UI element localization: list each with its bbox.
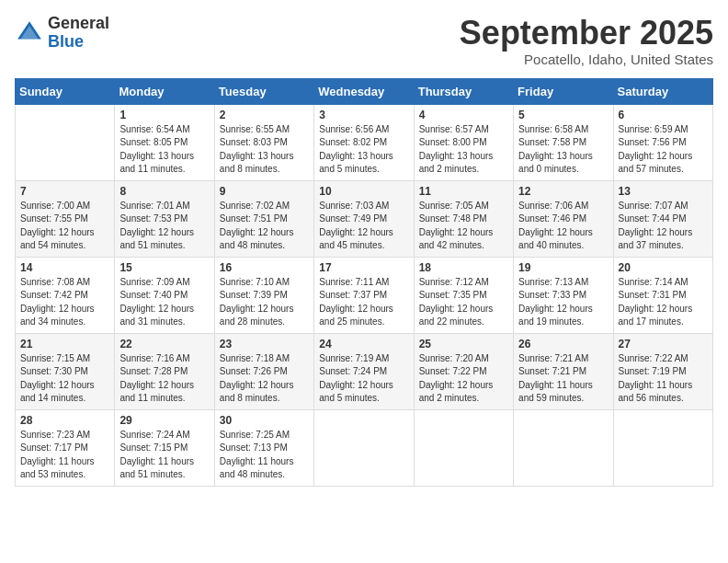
day-number: 7 xyxy=(20,185,109,198)
calendar-header-row: SundayMondayTuesdayWednesdayThursdayFrid… xyxy=(16,78,713,104)
day-info: Sunrise: 7:02 AMSunset: 7:51 PMDaylight:… xyxy=(220,200,309,253)
calendar-cell xyxy=(16,104,115,180)
day-header-sunday: Sunday xyxy=(16,78,115,104)
day-header-wednesday: Wednesday xyxy=(314,78,414,104)
day-number: 15 xyxy=(119,261,209,274)
day-info: Sunrise: 6:55 AMSunset: 8:03 PMDaylight:… xyxy=(220,123,309,177)
day-header-tuesday: Tuesday xyxy=(214,78,313,104)
calendar-cell: 21Sunrise: 7:15 AMSunset: 7:30 PMDayligh… xyxy=(16,333,115,409)
calendar-cell: 19Sunrise: 7:13 AMSunset: 7:33 PMDayligh… xyxy=(514,257,613,333)
day-header-monday: Monday xyxy=(115,78,214,104)
day-info: Sunrise: 7:24 AMSunset: 7:15 PMDaylight:… xyxy=(119,429,209,482)
calendar-cell: 15Sunrise: 7:09 AMSunset: 7:40 PMDayligh… xyxy=(115,257,214,333)
day-info: Sunrise: 7:19 AMSunset: 7:24 PMDaylight:… xyxy=(319,352,408,406)
day-number: 16 xyxy=(220,261,309,274)
calendar-cell: 16Sunrise: 7:10 AMSunset: 7:39 PMDayligh… xyxy=(214,257,313,333)
calendar-cell: 14Sunrise: 7:08 AMSunset: 7:42 PMDayligh… xyxy=(16,257,115,333)
calendar-cell: 20Sunrise: 7:14 AMSunset: 7:31 PMDayligh… xyxy=(613,257,712,333)
day-info: Sunrise: 6:57 AMSunset: 8:00 PMDaylight:… xyxy=(419,123,508,177)
calendar-cell: 7Sunrise: 7:00 AMSunset: 7:55 PMDaylight… xyxy=(16,180,115,257)
day-info: Sunrise: 7:20 AMSunset: 7:22 PMDaylight:… xyxy=(419,352,508,406)
logo-general: General xyxy=(48,15,109,33)
day-number: 13 xyxy=(619,185,708,198)
calendar-cell: 25Sunrise: 7:20 AMSunset: 7:22 PMDayligh… xyxy=(414,333,513,409)
day-info: Sunrise: 6:59 AMSunset: 7:56 PMDaylight:… xyxy=(619,123,708,177)
calendar-cell: 9Sunrise: 7:02 AMSunset: 7:51 PMDaylight… xyxy=(214,180,313,257)
day-number: 23 xyxy=(220,338,309,350)
day-info: Sunrise: 6:56 AMSunset: 8:02 PMDaylight:… xyxy=(319,123,408,177)
day-info: Sunrise: 7:25 AMSunset: 7:13 PMDaylight:… xyxy=(220,429,309,482)
calendar-cell: 3Sunrise: 6:56 AMSunset: 8:02 PMDaylight… xyxy=(314,104,414,180)
day-number: 6 xyxy=(619,109,708,121)
calendar-cell: 4Sunrise: 6:57 AMSunset: 8:00 PMDaylight… xyxy=(414,104,513,180)
calendar-cell: 10Sunrise: 7:03 AMSunset: 7:49 PMDayligh… xyxy=(314,180,414,257)
day-info: Sunrise: 7:09 AMSunset: 7:40 PMDaylight:… xyxy=(119,276,209,329)
day-info: Sunrise: 7:01 AMSunset: 7:53 PMDaylight:… xyxy=(119,200,209,253)
logo-icon xyxy=(15,18,44,48)
calendar: SundayMondayTuesdayWednesdayThursdayFrid… xyxy=(15,78,713,487)
day-number: 28 xyxy=(20,414,109,427)
calendar-cell xyxy=(514,409,613,486)
day-info: Sunrise: 7:18 AMSunset: 7:26 PMDaylight:… xyxy=(220,352,309,406)
day-number: 25 xyxy=(419,338,508,350)
calendar-cell: 30Sunrise: 7:25 AMSunset: 7:13 PMDayligh… xyxy=(214,409,313,486)
day-number: 27 xyxy=(619,338,708,350)
calendar-cell xyxy=(613,409,712,486)
day-number: 26 xyxy=(518,338,608,350)
day-number: 30 xyxy=(220,414,309,427)
calendar-cell: 11Sunrise: 7:05 AMSunset: 7:48 PMDayligh… xyxy=(414,180,513,257)
logo: General Blue xyxy=(15,15,109,52)
day-number: 4 xyxy=(419,109,508,121)
calendar-week-row: 28Sunrise: 7:23 AMSunset: 7:17 PMDayligh… xyxy=(16,409,713,486)
day-info: Sunrise: 7:00 AMSunset: 7:55 PMDaylight:… xyxy=(20,200,109,253)
calendar-cell: 27Sunrise: 7:22 AMSunset: 7:19 PMDayligh… xyxy=(613,333,712,409)
day-info: Sunrise: 7:21 AMSunset: 7:21 PMDaylight:… xyxy=(518,352,608,406)
calendar-cell: 26Sunrise: 7:21 AMSunset: 7:21 PMDayligh… xyxy=(514,333,613,409)
day-number: 12 xyxy=(518,185,608,198)
day-info: Sunrise: 7:11 AMSunset: 7:37 PMDaylight:… xyxy=(319,276,408,329)
calendar-cell: 28Sunrise: 7:23 AMSunset: 7:17 PMDayligh… xyxy=(16,409,115,486)
calendar-cell: 29Sunrise: 7:24 AMSunset: 7:15 PMDayligh… xyxy=(115,409,214,486)
calendar-cell: 23Sunrise: 7:18 AMSunset: 7:26 PMDayligh… xyxy=(214,333,313,409)
logo-blue: Blue xyxy=(48,33,109,52)
calendar-cell: 13Sunrise: 7:07 AMSunset: 7:44 PMDayligh… xyxy=(613,180,712,257)
day-number: 8 xyxy=(119,185,209,198)
logo-text: General Blue xyxy=(48,15,109,52)
calendar-cell: 8Sunrise: 7:01 AMSunset: 7:53 PMDaylight… xyxy=(115,180,214,257)
day-number: 3 xyxy=(319,109,408,121)
day-number: 18 xyxy=(419,261,508,274)
calendar-cell: 17Sunrise: 7:11 AMSunset: 7:37 PMDayligh… xyxy=(314,257,414,333)
day-number: 11 xyxy=(419,185,508,198)
day-info: Sunrise: 7:03 AMSunset: 7:49 PMDaylight:… xyxy=(319,200,408,253)
day-number: 20 xyxy=(619,261,708,274)
day-info: Sunrise: 7:14 AMSunset: 7:31 PMDaylight:… xyxy=(619,276,708,329)
day-info: Sunrise: 7:10 AMSunset: 7:39 PMDaylight:… xyxy=(220,276,309,329)
location: Pocatello, Idaho, United States xyxy=(460,52,713,67)
day-number: 5 xyxy=(518,109,608,121)
calendar-cell: 22Sunrise: 7:16 AMSunset: 7:28 PMDayligh… xyxy=(115,333,214,409)
day-info: Sunrise: 7:06 AMSunset: 7:46 PMDaylight:… xyxy=(518,200,608,253)
title-block: September 2025 Pocatello, Idaho, United … xyxy=(460,15,713,67)
calendar-cell: 12Sunrise: 7:06 AMSunset: 7:46 PMDayligh… xyxy=(514,180,613,257)
day-number: 1 xyxy=(119,109,209,121)
day-number: 14 xyxy=(20,261,109,274)
calendar-cell: 1Sunrise: 6:54 AMSunset: 8:05 PMDaylight… xyxy=(115,104,214,180)
day-number: 22 xyxy=(119,338,209,350)
day-number: 10 xyxy=(319,185,408,198)
day-number: 2 xyxy=(220,109,309,121)
day-info: Sunrise: 7:07 AMSunset: 7:44 PMDaylight:… xyxy=(619,200,708,253)
calendar-cell: 18Sunrise: 7:12 AMSunset: 7:35 PMDayligh… xyxy=(414,257,513,333)
day-number: 19 xyxy=(518,261,608,274)
calendar-cell: 6Sunrise: 6:59 AMSunset: 7:56 PMDaylight… xyxy=(613,104,712,180)
day-info: Sunrise: 7:22 AMSunset: 7:19 PMDaylight:… xyxy=(619,352,708,406)
calendar-week-row: 7Sunrise: 7:00 AMSunset: 7:55 PMDaylight… xyxy=(16,180,713,257)
day-header-friday: Friday xyxy=(514,78,613,104)
day-info: Sunrise: 7:05 AMSunset: 7:48 PMDaylight:… xyxy=(419,200,508,253)
day-number: 24 xyxy=(319,338,408,350)
calendar-cell xyxy=(314,409,414,486)
day-number: 17 xyxy=(319,261,408,274)
day-number: 9 xyxy=(220,185,309,198)
calendar-cell: 5Sunrise: 6:58 AMSunset: 7:58 PMDaylight… xyxy=(514,104,613,180)
day-info: Sunrise: 7:16 AMSunset: 7:28 PMDaylight:… xyxy=(119,352,209,406)
day-info: Sunrise: 7:13 AMSunset: 7:33 PMDaylight:… xyxy=(518,276,608,329)
